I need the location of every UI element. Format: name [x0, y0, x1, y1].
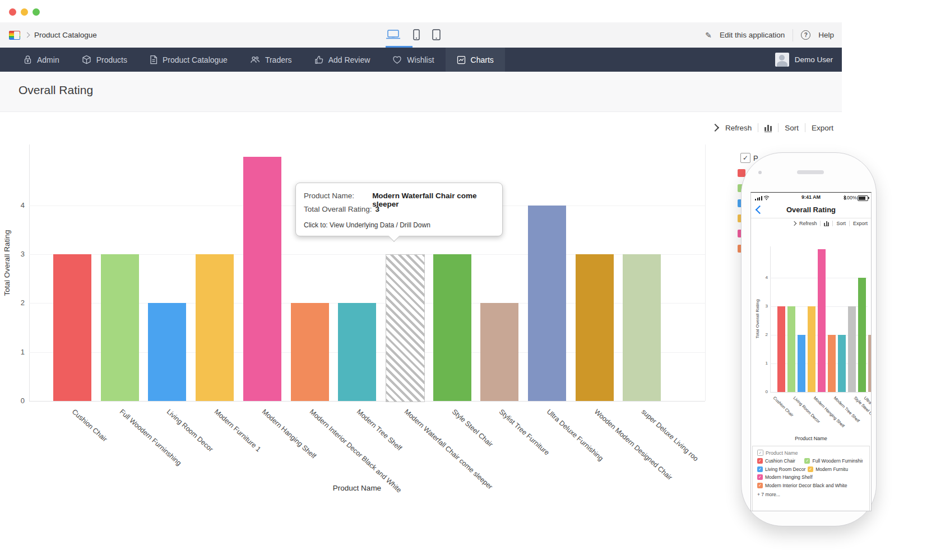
chart-bar[interactable]	[798, 335, 805, 392]
chart-bar[interactable]	[838, 335, 846, 392]
phone-legend-item: ✓Living Room Decor	[757, 466, 808, 472]
legend-item-label: Cushion Chair	[765, 458, 795, 464]
phone-legend-checkbox: ✓	[757, 450, 763, 456]
y-tick-label: 0	[760, 389, 768, 394]
phone-legend-item: ✓Modern Furnitu	[808, 466, 863, 472]
legend-product-name-checkbox[interactable]: ✓	[740, 153, 750, 163]
y-tick-label: 2	[760, 332, 768, 337]
legend-color-checkbox: ✓	[757, 474, 763, 480]
legend-color-checkbox: ✓	[757, 483, 763, 488]
legend-item-label: Living Room Decor	[765, 466, 805, 472]
phone-x-axis-title: Product Name	[751, 436, 871, 441]
y-tick-label: 1	[760, 361, 768, 366]
y-tick-label: 4	[760, 275, 768, 280]
y-axis-line	[770, 246, 771, 392]
phone-legend-item: ✓Modern Interior Decor Black and White	[757, 483, 865, 488]
screenshot-stage: Product Catalogue ✎ Edit this applicatio…	[0, 0, 936, 560]
phone-camera-icon	[758, 171, 762, 174]
phone-screen: 9:41 AM 100% Overall Rating Refresh Sort…	[750, 192, 872, 511]
tooltip-rating-value: 3	[376, 205, 380, 213]
chart-bar[interactable]	[858, 278, 866, 392]
chart-bar[interactable]	[848, 306, 856, 392]
phone-chart-legend: ✓ Product Name ✓Cushion Chair✓Full Woode…	[752, 446, 870, 511]
chart-tooltip: Product Name: Modern Waterfall Chair com…	[295, 183, 503, 236]
phone-legend-item: ✓Cushion Chair	[757, 458, 804, 464]
legend-item-label: Modern Interior Decor Black and White	[765, 483, 847, 488]
chart-bar[interactable]	[787, 306, 795, 392]
tooltip-name-value: Modern Waterfall Chair come sleeper	[372, 192, 502, 208]
legend-color-checkbox: ✓	[757, 466, 763, 472]
phone-legend-more: + 7 more...	[757, 492, 865, 497]
legend-color-checkbox: ✓	[804, 458, 810, 464]
tooltip-rating-label: Total Overall Rating:	[304, 205, 372, 213]
chart-bar[interactable]	[777, 306, 785, 392]
x-category-label: Cushion Chair	[772, 395, 795, 418]
phone-legend-item: ✓Modern Hanging Shelf	[757, 474, 865, 480]
legend-item-label: Modern Hanging Shelf	[765, 474, 813, 480]
tooltip-hint: Click to: View Underlying Data / Drill D…	[304, 221, 430, 229]
chart-bar[interactable]	[808, 306, 815, 392]
phone-y-axis-title: Total Overall Rating	[755, 283, 760, 356]
legend-item-label: Modern Furnitu	[815, 466, 848, 472]
phone-mockup: 9:41 AM 100% Overall Rating Refresh Sort…	[741, 152, 877, 526]
chart-bar[interactable]	[868, 335, 872, 392]
y-tick-label: 3	[760, 304, 768, 309]
legend-color-checkbox: ✓	[757, 458, 763, 464]
phone-legend-item: ✓Full Woodern Furninshing	[804, 458, 863, 464]
chart-bar[interactable]	[828, 335, 836, 392]
phone-legend-header: Product Name	[766, 450, 798, 456]
x-axis-baseline	[770, 392, 868, 393]
legend-item-label: Full Woodern Furninshing	[812, 458, 863, 464]
phone-speaker-icon	[797, 170, 824, 174]
chart-bar[interactable]	[818, 249, 826, 392]
legend-color-checkbox: ✓	[808, 466, 813, 472]
